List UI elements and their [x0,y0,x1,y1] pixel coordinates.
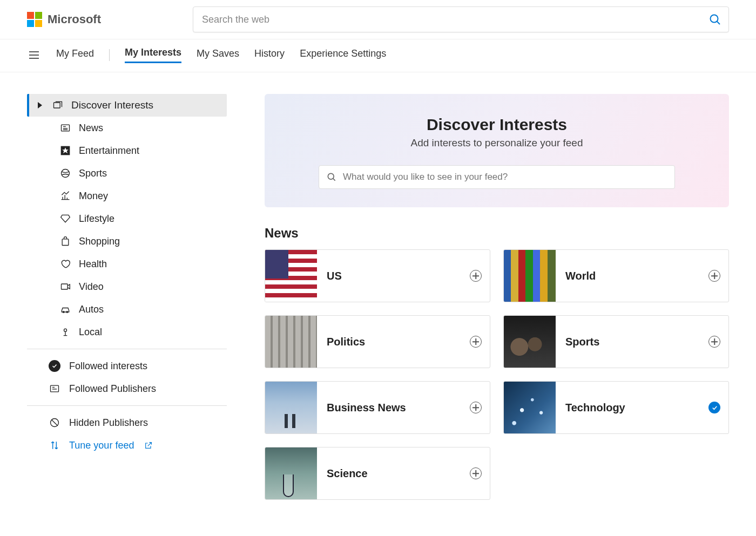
interest-grid: USWorldPoliticsSportsBusiness NewsTechno… [265,249,729,500]
sidebar-item-entertainment[interactable]: Entertainment [27,139,227,162]
hero-subtitle: Add interests to personalize your feed [281,137,713,149]
brand-text: Microsoft [48,12,101,26]
svg-point-0 [711,15,718,23]
svg-rect-2 [54,103,60,108]
sidebar-item-news[interactable]: News [27,117,227,139]
diamond-icon [59,213,71,225]
content: Discover Interests Add interests to pers… [265,94,729,500]
heart-icon [59,258,71,270]
card-label: Politics [317,336,462,348]
menu-button[interactable] [27,49,41,61]
search-bar [193,6,729,32]
microsoft-logo-icon [27,12,42,27]
card-label: Technology [556,402,700,414]
sidebar-hidden-publishers[interactable]: Hidden Publishers [27,411,227,434]
sidebar-divider [27,405,227,406]
svg-line-1 [717,22,720,24]
brand-logo[interactable]: Microsoft [27,12,101,27]
chevron-right-icon [38,102,42,108]
sidebar-followed-publishers[interactable]: Followed Publishers [27,377,227,400]
sidebar-item-autos[interactable]: Autos [27,298,227,321]
add-interest-button[interactable] [700,270,728,282]
svg-rect-11 [62,284,68,289]
card-label: Business News [317,402,462,414]
nav-my-interests[interactable]: My Interests [125,47,181,63]
interest-card[interactable]: US [265,249,490,302]
card-thumb [504,382,556,433]
sidebar-item-local[interactable]: Local [27,321,227,343]
sidebar-item-shopping[interactable]: Shopping [27,230,227,253]
add-interest-button[interactable] [462,467,490,479]
star-icon [59,145,71,157]
interest-card[interactable]: Sports [503,315,729,368]
sidebar-item-label: Shopping [79,236,120,247]
sidebar-item-label: Money [79,191,108,202]
followed-button[interactable] [700,402,728,413]
sidebar-tune-feed[interactable]: Tune your feed [27,434,227,457]
add-interest-button[interactable] [700,336,728,348]
external-link-icon [143,439,154,451]
search-input[interactable] [193,6,729,32]
sidebar-item-health[interactable]: Health [27,253,227,275]
sidebar-sub-label: Tune your feed [69,440,134,451]
add-interest-button[interactable] [462,270,490,282]
ball-icon [59,167,71,179]
svg-point-14 [64,329,67,331]
nav-my-saves[interactable]: My Saves [197,48,239,63]
interest-card[interactable]: Business News [265,381,490,434]
nav-history[interactable]: History [254,48,285,63]
pin-icon [59,326,71,338]
primary-nav: My Feed My Interests My Saves History Ex… [0,39,756,72]
bag-icon [59,235,71,247]
main: Discover Interests News Entertainment Sp… [0,72,756,521]
sidebar-item-money[interactable]: Money [27,185,227,207]
sidebar-item-label: News [79,123,103,134]
tune-icon [49,439,60,451]
interest-card[interactable]: Technology [503,381,729,434]
sidebar-item-label: Health [79,259,107,270]
sidebar-item-label: Local [79,327,102,338]
publishers-icon [49,383,60,395]
card-label: Science [317,467,462,480]
header: Microsoft [0,0,756,39]
discover-hero: Discover Interests Add interests to pers… [265,94,729,207]
video-icon [59,281,71,293]
sidebar-item-video[interactable]: Video [27,275,227,298]
search-button[interactable] [705,10,725,29]
sidebar-item-lifestyle[interactable]: Lifestyle [27,207,227,230]
chart-icon [59,190,71,202]
interest-search [319,165,675,189]
nav-my-feed[interactable]: My Feed [56,48,94,63]
search-icon [326,172,337,182]
sidebar-followed-interests[interactable]: Followed interests [27,355,227,377]
add-interest-button[interactable] [462,336,490,348]
sidebar-sub-label: Followed Publishers [69,383,156,395]
plus-icon [470,467,482,479]
card-label: US [317,270,462,282]
sidebar: Discover Interests News Entertainment Sp… [27,94,227,500]
svg-line-19 [51,419,58,426]
interest-card[interactable]: World [503,249,729,302]
svg-rect-10 [62,239,69,246]
nav-experience-settings[interactable]: Experience Settings [300,48,386,63]
sidebar-item-label: Autos [79,304,104,315]
sidebar-item-sports[interactable]: Sports [27,162,227,185]
sidebar-discover-interests[interactable]: Discover Interests [27,94,227,117]
interest-card[interactable]: Politics [265,315,490,368]
svg-line-21 [333,179,335,181]
card-thumb [265,250,317,302]
nav-divider [109,49,110,61]
interest-card[interactable]: Science [265,447,490,500]
svg-rect-3 [62,125,70,131]
car-icon [59,303,71,315]
sidebar-item-label: Sports [79,168,107,179]
card-thumb [265,382,317,433]
svg-point-9 [62,169,70,178]
card-thumb [265,316,317,368]
interest-search-input[interactable] [319,165,675,189]
block-icon [49,417,60,429]
sidebar-item-label: Entertainment [79,145,139,157]
plus-icon [708,270,720,282]
add-interest-button[interactable] [462,402,490,413]
sidebar-label: Discover Interests [71,99,153,111]
